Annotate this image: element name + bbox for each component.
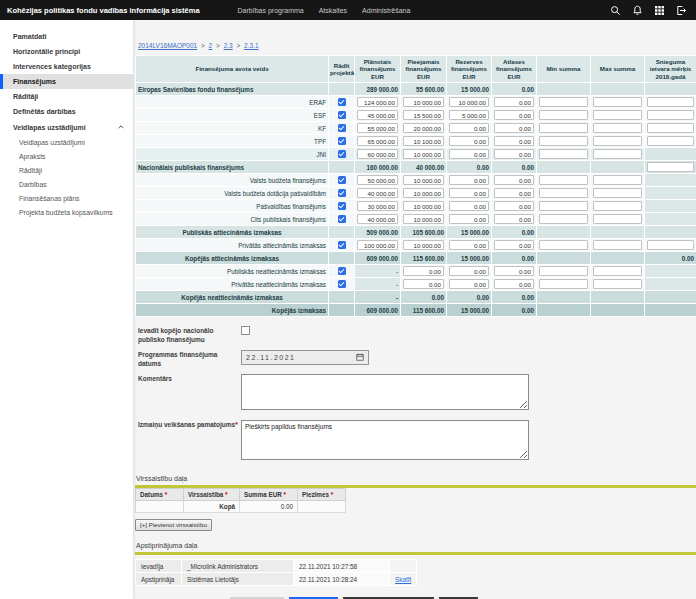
amount-input[interactable]: [593, 240, 642, 250]
amount-input[interactable]: [593, 175, 642, 185]
amount-input[interactable]: [593, 97, 642, 107]
amount-input[interactable]: [539, 97, 588, 107]
amount-input[interactable]: [403, 240, 444, 250]
amount-input[interactable]: [449, 188, 489, 198]
amount-input[interactable]: [494, 266, 534, 276]
amount-input[interactable]: [449, 97, 489, 107]
amount-input[interactable]: [647, 162, 694, 172]
total-national-checkbox[interactable]: [241, 326, 250, 335]
amount-input[interactable]: [593, 214, 642, 224]
show-in-project-checkbox[interactable]: [338, 215, 346, 223]
breadcrumb-link[interactable]: 2.3: [224, 42, 233, 49]
amount-input[interactable]: [647, 110, 694, 120]
show-in-project-checkbox[interactable]: [338, 189, 346, 197]
amount-input[interactable]: [593, 279, 642, 289]
sidebar-item-pamatdati[interactable]: Pamatdati: [0, 29, 133, 44]
amount-input[interactable]: [647, 240, 694, 250]
amount-input[interactable]: [357, 149, 398, 159]
app-title[interactable]: Kohēzijas politikas fondu vadības inform…: [0, 6, 210, 15]
amount-input[interactable]: [647, 136, 694, 146]
amount-input[interactable]: [357, 240, 398, 250]
sidebar-item-intervences-kategorijas[interactable]: Intervences kategorijas: [0, 59, 133, 74]
amount-input[interactable]: [539, 214, 588, 224]
amount-input[interactable]: [494, 110, 534, 120]
sidebar-subitem[interactable]: Projekta budžeta kopsavilkums: [0, 205, 133, 219]
amount-input[interactable]: [539, 266, 588, 276]
breadcrumb-link[interactable]: 2: [209, 42, 213, 49]
amount-input[interactable]: [403, 188, 444, 198]
show-in-project-checkbox[interactable]: [338, 98, 346, 106]
amount-input[interactable]: [449, 214, 489, 224]
amount-input[interactable]: [403, 279, 444, 289]
amount-input[interactable]: [357, 188, 398, 198]
amount-input[interactable]: [647, 123, 694, 133]
topbar-menu-item[interactable]: Darbības programma: [238, 7, 304, 14]
amount-input[interactable]: [539, 149, 588, 159]
sidebar-item-veidlapas-uzst-d-jumi[interactable]: Veidlapas uzstādījumi: [0, 119, 133, 135]
amount-input[interactable]: [403, 149, 444, 159]
search-icon[interactable]: [610, 5, 621, 16]
topbar-menu-item[interactable]: Administrēšana: [362, 7, 410, 14]
show-in-project-checkbox[interactable]: [338, 267, 346, 275]
amount-input[interactable]: [494, 188, 534, 198]
amount-input[interactable]: [357, 110, 398, 120]
amount-input[interactable]: [449, 240, 489, 250]
view-link[interactable]: Skatīt: [395, 576, 411, 583]
show-in-project-checkbox[interactable]: [338, 150, 346, 158]
amount-input[interactable]: [494, 240, 534, 250]
show-in-project-checkbox[interactable]: [338, 111, 346, 119]
amount-input[interactable]: [494, 97, 534, 107]
amount-input[interactable]: [357, 136, 398, 146]
amount-input[interactable]: [593, 188, 642, 198]
amount-input[interactable]: [449, 149, 489, 159]
show-in-project-checkbox[interactable]: [338, 241, 346, 249]
amount-input[interactable]: [403, 201, 444, 211]
comment-textarea[interactable]: [241, 374, 529, 410]
amount-input[interactable]: [449, 136, 489, 146]
reason-textarea[interactable]: [241, 420, 529, 460]
amount-input[interactable]: [494, 149, 534, 159]
amount-input[interactable]: [539, 123, 588, 133]
sidebar-subitem[interactable]: Finansēšanas plāns: [0, 191, 133, 205]
amount-input[interactable]: [357, 123, 398, 133]
sidebar-item-defin-t-s-darb-bas[interactable]: Definētās darbības: [0, 104, 133, 119]
apps-icon[interactable]: [654, 5, 665, 16]
amount-input[interactable]: [539, 110, 588, 120]
amount-input[interactable]: [539, 175, 588, 185]
show-in-project-checkbox[interactable]: [338, 280, 346, 288]
notifications-icon[interactable]: [632, 5, 643, 16]
amount-input[interactable]: [357, 201, 398, 211]
amount-input[interactable]: [593, 123, 642, 133]
show-in-project-checkbox[interactable]: [338, 137, 346, 145]
amount-input[interactable]: [403, 97, 444, 107]
add-virssaistiba-button[interactable]: [+] Pievienot virssaistību: [135, 519, 212, 531]
sidebar-item-r-d-t-ji[interactable]: Rādītāji: [0, 89, 133, 104]
amount-input[interactable]: [403, 175, 444, 185]
amount-input[interactable]: [449, 201, 489, 211]
amount-input[interactable]: [494, 279, 534, 289]
amount-input[interactable]: [593, 149, 642, 159]
amount-input[interactable]: [449, 175, 489, 185]
sidebar-subitem[interactable]: Darbības: [0, 177, 133, 191]
amount-input[interactable]: [539, 240, 588, 250]
sidebar-subitem[interactable]: Apraksts: [0, 149, 133, 163]
amount-input[interactable]: [494, 201, 534, 211]
amount-input[interactable]: [494, 175, 534, 185]
amount-input[interactable]: [403, 214, 444, 224]
show-in-project-checkbox[interactable]: [338, 202, 346, 210]
amount-input[interactable]: [494, 136, 534, 146]
amount-input[interactable]: [449, 110, 489, 120]
amount-input[interactable]: [494, 214, 534, 224]
logout-icon[interactable]: [676, 5, 687, 16]
amount-input[interactable]: [403, 136, 444, 146]
amount-input[interactable]: [357, 97, 398, 107]
topbar-menu-item[interactable]: Atskaites: [319, 7, 347, 14]
amount-input[interactable]: [403, 123, 444, 133]
amount-input[interactable]: [357, 175, 398, 185]
show-in-project-checkbox[interactable]: [338, 176, 346, 184]
sidebar-item-horizont-lie-principi[interactable]: Horizontālie principi: [0, 44, 133, 59]
show-in-project-checkbox[interactable]: [338, 124, 346, 132]
amount-input[interactable]: [403, 110, 444, 120]
amount-input[interactable]: [539, 201, 588, 211]
amount-input[interactable]: [593, 266, 642, 276]
